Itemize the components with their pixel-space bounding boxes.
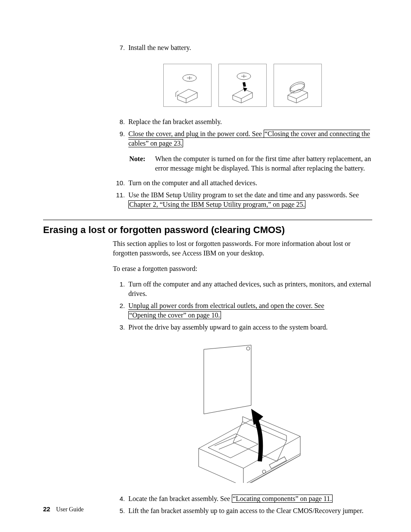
cmos-step-5: 5. Lift the fan bracket assembly up to g… — [113, 506, 372, 516]
figure-battery-3 — [274, 64, 322, 107]
step-number: 1. — [113, 280, 128, 289]
chassis-open-figure — [113, 341, 372, 483]
step-number: 7. — [113, 43, 128, 53]
step-pretext: Use the IBM Setup Utility program to set… — [128, 191, 359, 199]
cmos-step-2: 2. Unplug all power cords from electrica… — [113, 301, 372, 321]
step-text: Close the cover, and plug in the power c… — [128, 129, 372, 148]
step-11: 11. Use the IBM Setup Utility program to… — [113, 190, 372, 210]
xref-locating-components[interactable]: “Locating components” on page 11. — [232, 495, 333, 503]
step-number: 11. — [113, 190, 128, 200]
battery-steps-top: 7. Install the new battery. — [113, 43, 372, 53]
step-text: Turn on the computer and all attached de… — [128, 178, 372, 188]
note-block: Note: When the computer is turned on for… — [129, 154, 372, 173]
battery-steps-cont: 8. Replace the fan bracket assembly. 9. … — [113, 117, 372, 149]
svg-point-7 — [289, 82, 306, 95]
step-number: 9. — [113, 129, 128, 139]
step-text: Replace the fan bracket assembly. — [128, 117, 372, 127]
page-number: 22 — [43, 505, 50, 513]
step-text: Lift the fan bracket assembly up to gain… — [128, 506, 372, 516]
svg-point-8 — [289, 80, 306, 93]
step-9: 9. Close the cover, and plug in the powe… — [113, 129, 372, 149]
step-pretext: Locate the fan bracket assembly. See — [128, 495, 232, 502]
step-text: Turn off the computer and any attached d… — [128, 280, 372, 299]
step-number: 2. — [113, 301, 128, 311]
svg-marker-6 — [243, 87, 247, 92]
xref-opening-cover[interactable]: “Opening the cover” on page 10. — [128, 311, 221, 319]
section-title: Erasing a lost or forgotten password (cl… — [43, 220, 372, 236]
cmos-steps: 1. Turn off the computer and any attache… — [113, 280, 372, 333]
step-number: 3. — [113, 323, 128, 332]
step-pretext: Unplug all power cords from electrical o… — [128, 302, 324, 310]
xref-setup-utility[interactable]: Chapter 2, “Using the IBM Setup Utility … — [128, 200, 305, 208]
step-number: 4. — [113, 494, 128, 504]
section-intro-2: To erase a forgotten password: — [113, 264, 372, 274]
battery-install-figures — [113, 64, 372, 107]
step-number: 10. — [113, 178, 128, 188]
step-text: Install the new battery. — [128, 43, 372, 53]
svg-point-9 — [246, 347, 250, 350]
note-text: When the computer is turned on for the f… — [155, 154, 371, 173]
step-text: Locate the fan bracket assembly. See “Lo… — [128, 494, 372, 504]
footer-doc-title: User Guide — [56, 506, 84, 513]
step-8: 8. Replace the fan bracket assembly. — [113, 117, 372, 128]
cmos-step-3: 3. Pivot the drive bay assembly upward t… — [113, 323, 372, 333]
step-7: 7. Install the new battery. — [113, 43, 372, 53]
cmos-step-1: 1. Turn off the computer and any attache… — [113, 280, 372, 299]
cmos-step-4: 4. Locate the fan bracket assembly. See … — [113, 494, 372, 504]
section-intro-1: This section applies to lost or forgotte… — [113, 239, 372, 258]
note-label: Note: — [129, 154, 153, 164]
step-10: 10. Turn on the computer and all attache… — [113, 178, 372, 189]
step-text: Pivot the drive bay assembly upward to g… — [128, 323, 372, 332]
step-number: 8. — [113, 117, 128, 127]
page-footer: 22 User Guide — [43, 505, 84, 513]
figure-battery-1 — [163, 64, 212, 107]
figure-battery-2 — [218, 64, 267, 107]
battery-steps-end: 10. Turn on the computer and all attache… — [113, 178, 372, 210]
step-text: Use the IBM Setup Utility program to set… — [128, 190, 372, 209]
step-pretext: Close the cover, and plug in the power c… — [128, 130, 264, 138]
step-number: 5. — [113, 506, 128, 516]
cmos-steps-cont: 4. Locate the fan bracket assembly. See … — [113, 494, 372, 516]
step-text: Unplug all power cords from electrical o… — [128, 301, 372, 320]
